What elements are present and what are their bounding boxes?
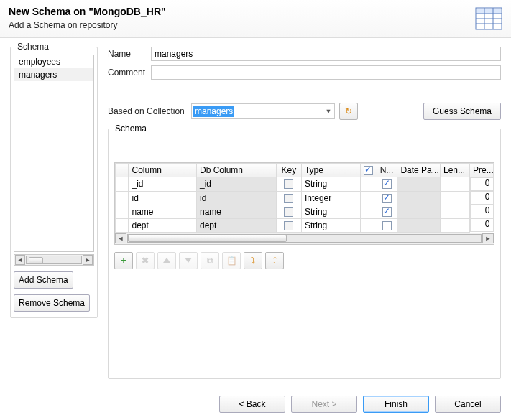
checkbox-icon[interactable] [382,179,392,189]
cell-key[interactable] [276,191,301,205]
wizard-footer: < Back Next > Finish Cancel [0,388,511,420]
move-up-button[interactable] [157,252,176,269]
name-label: Name [108,49,151,59]
checkbox-icon[interactable] [284,221,293,230]
schema-list-item[interactable]: managers [14,68,93,81]
cell-length[interactable] [441,218,470,232]
column-header[interactable]: Column [129,164,197,177]
table-row[interactable]: ididInteger0 [116,191,494,205]
guess-schema-button[interactable]: Guess Schema [423,103,501,120]
cell-precision[interactable]: 0 [470,218,493,232]
cell-key[interactable] [276,218,301,232]
cell-key[interactable] [276,177,301,192]
length-header[interactable]: Len... [441,164,470,177]
move-down-button[interactable] [179,252,198,269]
cell-db-column[interactable]: _id [197,177,277,192]
name-input[interactable] [151,47,501,61]
checkbox-icon[interactable] [382,194,392,203]
export-button[interactable]: ⤴ [265,252,284,269]
add-row-button[interactable]: ＋ [114,252,133,269]
row-handle[interactable] [116,177,129,192]
table-scrollbar[interactable]: ◄ ► [115,233,494,244]
import-button[interactable]: ⤵ [244,252,262,269]
row-handle[interactable] [116,205,129,218]
nullable-header[interactable]: N... [377,164,397,177]
table-row[interactable]: _id_idString0 [116,177,494,192]
cell-precision[interactable]: 0 [470,205,493,218]
scroll-left-icon[interactable]: ◄ [115,233,126,243]
cell-nullable-box[interactable] [361,191,377,205]
schema-list[interactable]: employees managers [14,55,94,252]
checkbox-icon[interactable] [284,207,293,217]
back-button[interactable]: < Back [219,396,285,413]
cell-column[interactable]: _id [129,177,197,192]
finish-button[interactable]: Finish [363,396,429,413]
cell-nullable-box[interactable] [361,205,377,218]
row-handle[interactable] [116,218,129,232]
cell-type[interactable]: Integer [301,191,360,205]
cell-date-pattern[interactable] [397,205,441,218]
cell-nullable[interactable] [377,218,397,232]
scroll-left-icon[interactable]: ◄ [15,255,25,265]
cell-nullable[interactable] [377,177,397,192]
cell-column[interactable]: dept [129,218,197,232]
cell-column[interactable]: name [129,205,197,218]
wizard-body: Schema employees managers ◄ ► Add Schema… [0,38,511,388]
copy-button[interactable]: ⧉ [201,252,219,269]
checkbox-icon[interactable] [284,179,293,189]
cell-date-pattern[interactable] [397,191,441,205]
add-schema-button[interactable]: Add Schema [14,271,73,289]
checkbox-icon[interactable] [382,221,392,230]
cell-length[interactable] [441,205,470,218]
scroll-track[interactable] [127,234,482,243]
cell-db-column[interactable]: id [197,191,277,205]
chevron-down-icon: ▼ [323,108,334,115]
wizard-title: New Schema on "MongoDB_HR" [9,6,166,17]
cell-length[interactable] [441,191,470,205]
cell-nullable-box[interactable] [361,218,377,232]
cell-nullable[interactable] [377,191,397,205]
schema-table-wrap: Column Db Column Key Type N... Date Pa..… [114,162,494,245]
cell-type[interactable]: String [301,218,360,232]
cell-type[interactable]: String [301,205,360,218]
nullable-master-header[interactable] [361,164,377,177]
cell-db-column[interactable]: dept [197,218,277,232]
db-column-header[interactable]: Db Column [197,164,277,177]
row-handle[interactable] [116,191,129,205]
table-row[interactable]: namenameString0 [116,205,494,218]
cell-nullable[interactable] [377,205,397,218]
cell-precision[interactable]: 0 [470,191,493,205]
comment-input[interactable] [151,65,501,80]
paste-button[interactable]: 📋 [222,252,241,269]
cell-precision[interactable]: 0 [470,177,493,191]
remove-schema-button[interactable]: Remove Schema [14,294,90,312]
type-header[interactable]: Type [301,164,360,177]
cell-date-pattern[interactable] [397,177,441,192]
cell-length[interactable] [441,177,470,192]
cell-date-pattern[interactable] [397,218,441,232]
checkbox-icon[interactable] [364,166,373,175]
precision-header[interactable]: Pre... [470,164,494,177]
checkbox-icon[interactable] [382,207,392,217]
scroll-thumb[interactable] [26,256,82,264]
cell-db-column[interactable]: name [197,205,277,218]
wizard-window: New Schema on "MongoDB_HR" Add a Schema … [0,0,511,420]
cancel-button[interactable]: Cancel [435,396,501,413]
date-pattern-header[interactable]: Date Pa... [397,164,441,177]
scroll-right-icon[interactable]: ► [83,255,93,265]
cell-type[interactable]: String [301,177,360,192]
collection-combo[interactable]: managers ▼ [191,103,335,119]
scroll-right-icon[interactable]: ► [482,233,494,243]
refresh-button[interactable]: ↻ [339,103,358,120]
cell-column[interactable]: id [129,191,197,205]
key-header[interactable]: Key [276,164,301,177]
scroll-thumb[interactable] [128,235,287,242]
schema-list-scrollbar[interactable]: ◄ ► [14,254,94,266]
delete-row-button[interactable]: ✖ [136,252,155,269]
cell-key[interactable] [276,205,301,218]
schema-list-item[interactable]: employees [14,55,93,68]
checkbox-icon[interactable] [284,194,293,203]
schema-list-group: Schema employees managers ◄ ► Add Schema… [10,47,98,318]
cell-nullable-box[interactable] [361,177,377,192]
table-row[interactable]: deptdeptString0 [116,218,494,232]
